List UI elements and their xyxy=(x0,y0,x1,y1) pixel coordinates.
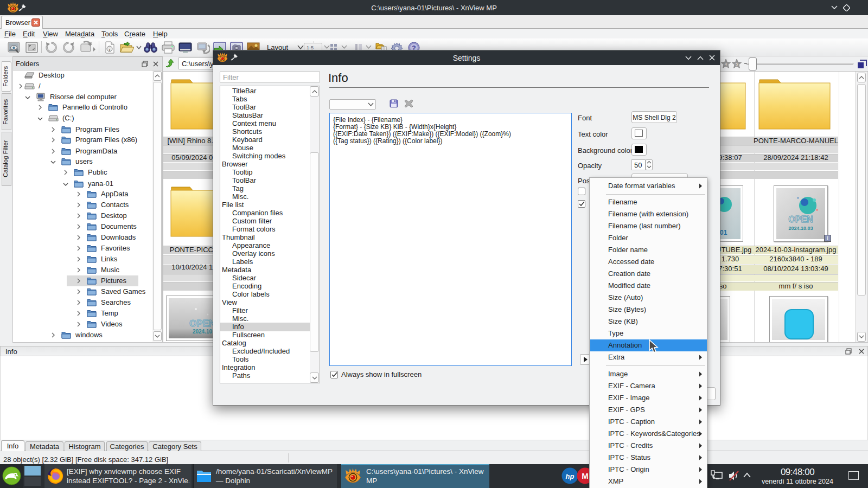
svg-text:5: 5 xyxy=(736,62,738,67)
svg-text:hp: hp xyxy=(566,472,575,480)
svg-text:4: 4 xyxy=(725,62,727,67)
svg-text:2024.10.03: 2024.10.03 xyxy=(788,226,813,231)
svg-text:2024.10: 2024.10 xyxy=(193,329,213,335)
svg-text:01: 01 xyxy=(720,229,727,236)
svg-text:M: M xyxy=(582,471,589,480)
svg-text:OPEN: OPEN xyxy=(189,318,215,329)
svg-text:OPEN: OPEN xyxy=(788,215,813,224)
